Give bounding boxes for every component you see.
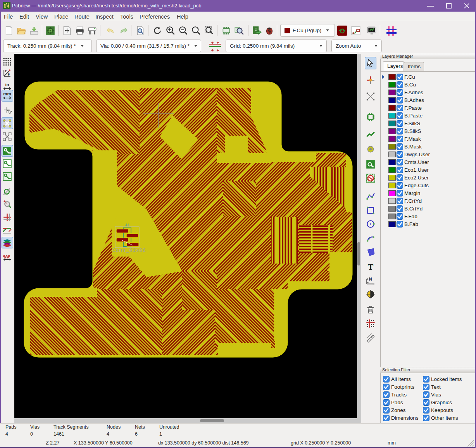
svg-text:in: in [5, 82, 9, 87]
svg-text:θ: θ [8, 73, 10, 77]
svg-text:N: N [369, 277, 372, 281]
svg-text:mm: mm [3, 91, 11, 96]
svg-text:Conn_01x06: Conn_01x06 [112, 248, 146, 253]
svg-text:r: r [5, 69, 7, 73]
svg-text:T: T [368, 262, 374, 272]
svg-text:J1: J1 [125, 223, 130, 227]
